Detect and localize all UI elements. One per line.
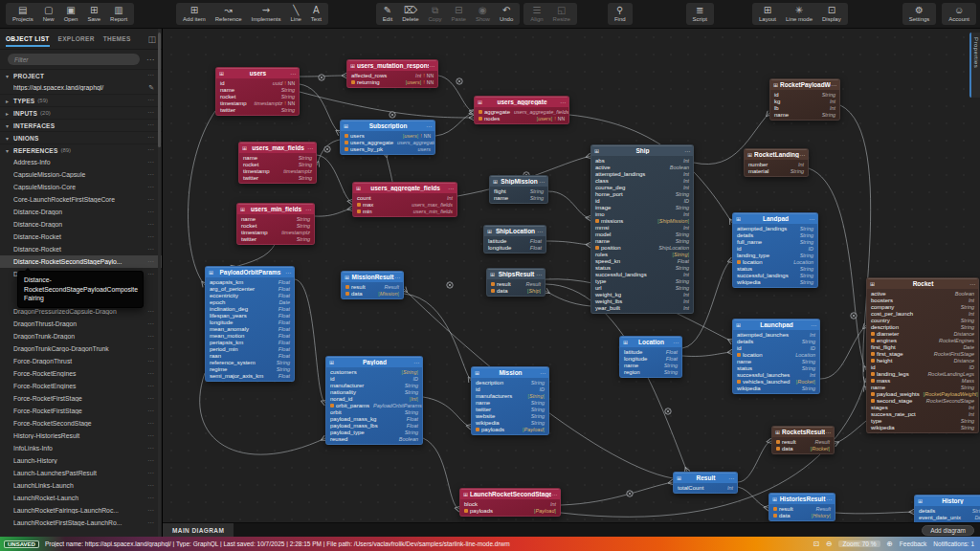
field-row[interactable]: semi_major_axis_kmFloat — [206, 372, 294, 379]
field-row[interactable]: twitterString — [216, 106, 299, 113]
field-row[interactable]: data[Ship] — [487, 287, 545, 294]
field-row[interactable]: classInt — [591, 177, 693, 184]
field-row[interactable]: roles[String] — [591, 251, 693, 257]
field-row[interactable]: successful_landingsString — [733, 272, 817, 278]
entity-users_aggregate_fields[interactable]: ⊞users_aggregate_fields⋯countIntmaxusers… — [352, 182, 457, 217]
field-row[interactable]: payload_weights[RocketPayloadWeight] — [867, 390, 978, 397]
fit-screen-icon[interactable]: ⊡ — [813, 540, 819, 548]
field-row[interactable]: mean_anomalyFloat — [206, 325, 294, 332]
reference-item[interactable]: DragonTrunk-Dragon⋯ — [0, 330, 162, 342]
field-row[interactable]: timestamptimestamptz — [237, 229, 314, 235]
field-row[interactable]: kgInt — [770, 98, 839, 104]
field-row[interactable]: blockInt — [460, 500, 560, 507]
field-row[interactable]: positionShipLocation — [591, 244, 693, 251]
reference-item[interactable]: Force-RocketSecondStage⋯ — [0, 417, 162, 430]
field-row[interactable]: longitudeFloat — [620, 355, 681, 362]
tab-main-diagram[interactable]: MAIN DIAGRAM — [163, 523, 234, 538]
open-button[interactable]: ▣Open — [59, 4, 83, 24]
field-row[interactable]: returning[users]!NN — [347, 78, 437, 85]
field-row[interactable]: timestamptimestamptz!NN — [216, 99, 299, 106]
field-row[interactable]: longitudeFloat — [206, 319, 294, 325]
field-row[interactable]: nameString — [472, 399, 548, 406]
field-row[interactable]: websiteString — [472, 412, 548, 419]
delete-button[interactable]: ⌦Delete — [397, 4, 423, 24]
field-row[interactable]: payload_typeString — [326, 429, 422, 435]
field-row[interactable]: orbit_paramsPayloadOrbitParams — [326, 402, 422, 408]
reference-item[interactable]: Launch-LaunchesPastResult⋯ — [0, 467, 162, 479]
field-row[interactable]: absInt — [591, 157, 693, 164]
field-row[interactable]: full_nameString — [733, 238, 817, 245]
reference-menu-icon[interactable]: ⋯ — [147, 495, 154, 502]
entity-users_min_fields[interactable]: ⊞users_min_fields⋯nameStringrocketString… — [236, 203, 315, 245]
field-row[interactable]: home_portString — [591, 190, 693, 197]
reference-item[interactable]: DragonThrust-Dragon⋯ — [0, 318, 162, 330]
field-row[interactable]: nationalityString — [326, 388, 422, 395]
reference-item[interactable]: DragonTrunkCargo-DragonTrunk⋯ — [0, 342, 162, 355]
field-row[interactable]: apoapsis_kmFloat — [206, 278, 294, 285]
field-row[interactable]: countInt — [353, 194, 457, 201]
entity-HistoriesResult[interactable]: ⊞HistoriesResult⋯resultResultdata[Histor… — [768, 493, 835, 521]
field-row[interactable]: nameString — [867, 384, 978, 390]
projects-button[interactable]: ▤Projects — [8, 4, 38, 24]
reference-item[interactable]: LaunchRocketFairings-LaunchRoc...⋯ — [0, 504, 162, 517]
field-row[interactable]: companyString — [867, 303, 978, 310]
add-diagram-button[interactable]: Add diagram — [922, 525, 974, 536]
reference-item[interactable]: CapsuleMission-Core⋯ — [0, 181, 162, 193]
section-menu-icon[interactable]: ⋯ — [147, 121, 154, 129]
reference-item[interactable]: Force-RocketEngines⋯ — [0, 367, 162, 380]
align-button[interactable]: ☰Align — [525, 4, 547, 24]
reference-menu-icon[interactable]: ⋯ — [147, 408, 154, 415]
field-row[interactable]: data[Mission] — [342, 290, 403, 297]
field-row[interactable]: affected_rowsInt!NN — [347, 72, 437, 78]
reference-item[interactable]: Distance-Rocket⋯ — [0, 231, 162, 243]
reference-item[interactable]: Launch-History⋯ — [0, 454, 162, 467]
field-row[interactable]: enginesRocketEngines — [867, 337, 978, 343]
field-row[interactable]: users[users]!NN — [341, 132, 434, 139]
reference-item[interactable]: Force-DragonThrust⋯ — [0, 355, 162, 367]
field-row[interactable]: success_rate_pctInt — [867, 410, 978, 417]
field-row[interactable]: arg_of_pericenterFloat — [206, 285, 294, 292]
field-row[interactable]: descriptionString — [867, 323, 978, 330]
entity-menu-icon[interactable]: ⋯ — [307, 144, 313, 151]
field-row[interactable]: urlString — [591, 284, 693, 291]
notifications-link[interactable]: Notifications: 1 — [933, 540, 974, 547]
entity-menu-icon[interactable]: ⋯ — [429, 62, 434, 69]
entity-menu-icon[interactable]: ⋯ — [537, 228, 543, 234]
entity-ShipMission[interactable]: ⊞ShipMission⋯flightStringnameString — [489, 175, 548, 204]
field-row[interactable]: numberInt — [745, 161, 808, 167]
reference-item[interactable]: LaunchLinks-Launch⋯ — [0, 479, 162, 492]
section-menu-icon[interactable]: ⋯ — [147, 109, 154, 117]
field-row[interactable]: nameString — [620, 362, 681, 368]
entity-users_aggregate[interactable]: ⊞users_aggregate⋯aggregateusers_aggregat… — [474, 96, 569, 124]
reference-menu-icon[interactable]: ⋯ — [147, 358, 154, 365]
reference-item[interactable]: LaunchRocket-Launch⋯ — [0, 492, 162, 504]
field-row[interactable]: users_by_pkusers — [341, 145, 434, 152]
field-row[interactable]: statusString — [591, 264, 693, 271]
field-row[interactable]: iduuid!NN — [216, 79, 299, 86]
entity-RocketPayloadWeight[interactable]: ⊞RocketPayloadWeight⋯idStringkgIntlbIntn… — [769, 78, 840, 121]
layout-button[interactable]: ⊞Layout — [754, 4, 781, 24]
field-row[interactable]: course_degInt — [591, 184, 693, 190]
field-row[interactable]: resultResult — [342, 283, 403, 290]
entity-ShipsResult[interactable]: ⊞ShipsResult⋯resultResultdata[Ship] — [486, 268, 546, 297]
entity-menu-icon[interactable]: ⋯ — [305, 206, 311, 212]
field-row[interactable]: cost_per_launchInt — [867, 310, 978, 317]
field-row[interactable]: payloads[Payload] — [460, 507, 560, 514]
zoom-out-icon[interactable]: ⊖ — [826, 540, 832, 548]
section-menu-icon[interactable]: ⋯ — [147, 97, 154, 104]
reference-item[interactable]: Force-RocketFirstStage⋯ — [0, 392, 162, 405]
entity-menu-icon[interactable]: ⋯ — [413, 359, 419, 365]
field-row[interactable]: periapsis_kmFloat — [206, 339, 294, 345]
field-row[interactable]: attempted_landingsString — [733, 225, 817, 231]
resize-button[interactable]: ◱Resize — [548, 4, 575, 24]
entity-menu-icon[interactable]: ⋯ — [673, 339, 679, 345]
field-row[interactable]: mean_motionFloat — [206, 332, 294, 339]
field-row[interactable]: rocketString — [216, 93, 299, 99]
field-row[interactable]: detailsString — [915, 507, 980, 514]
reference-menu-icon[interactable]: ⋯ — [147, 209, 154, 216]
reference-menu-icon[interactable]: ⋯ — [147, 233, 154, 241]
entity-Location[interactable]: ⊞Location⋯latitudeFloatlongitudeFloatnam… — [619, 336, 682, 378]
entity-users_max_fields[interactable]: ⊞users_max_fields⋯nameStringrocketString… — [238, 142, 317, 184]
entity-menu-icon[interactable]: ⋯ — [540, 369, 546, 376]
sidebar-section-interfaces[interactable]: ▾INTERFACES⋯ — [0, 119, 162, 131]
